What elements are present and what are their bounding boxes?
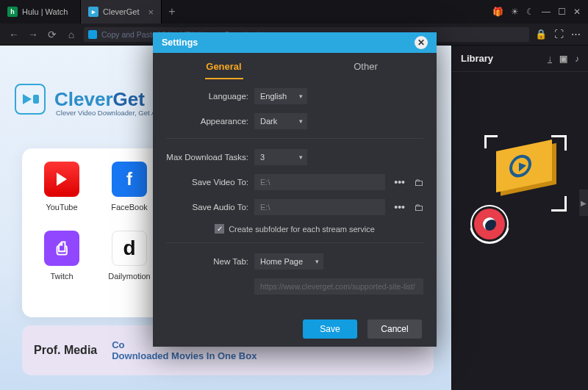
language-select[interactable]: English ▾	[254, 88, 307, 104]
banner-text-2: Downloaded Movies In One Box	[112, 350, 257, 361]
brand-title: CleverGet	[54, 88, 145, 111]
bracket-icon	[484, 135, 498, 148]
moon-icon[interactable]: ☾	[526, 7, 534, 17]
youtube-icon	[44, 162, 79, 197]
facebook-icon: f	[112, 162, 147, 197]
back-icon[interactable]: ←	[7, 29, 21, 40]
chevron-down-icon: ▾	[299, 93, 303, 100]
chevron-down-icon: ▾	[315, 258, 319, 265]
video-cube-icon	[496, 140, 552, 192]
open-video-folder-icon[interactable]: 🗀	[414, 177, 423, 188]
open-audio-folder-icon[interactable]: 🗀	[414, 202, 423, 213]
save-button-label: Save	[320, 324, 340, 334]
tab-other[interactable]: Other	[295, 53, 437, 79]
save-video-path-input[interactable]: E:\	[254, 174, 385, 190]
brand-tagline: Clever Video Downloader, Get Any	[56, 109, 163, 117]
save-audio-value: E:\	[260, 203, 270, 212]
subfolder-label: Create subfolder for each stream service	[229, 225, 375, 234]
site-twitch[interactable]: ⎙ Twitch	[38, 231, 85, 281]
tab-bar: h Hulu | Watch ▸ CleverGet × + 🎁 ☀ ☾ — ☐…	[0, 0, 588, 24]
site-label: YouTube	[38, 203, 85, 212]
settings-tabs: General Other	[153, 53, 437, 79]
sun-icon[interactable]: ☀	[511, 7, 519, 17]
divider	[166, 138, 423, 139]
supported-url-field: https://www.cleverget.com/supported-site…	[254, 278, 423, 295]
chevron-down-icon: ▾	[299, 118, 303, 125]
chevron-down-icon: ▾	[299, 154, 303, 161]
close-tab-icon[interactable]: ×	[148, 7, 154, 18]
site-facebook[interactable]: f FaceBook	[106, 162, 153, 212]
pip-icon[interactable]: ⛶	[554, 29, 564, 40]
site-label: Twitch	[38, 272, 85, 281]
site-dailymotion[interactable]: d Dailymotion	[106, 231, 153, 281]
minimize-icon[interactable]: —	[542, 7, 551, 17]
tab-cleverget[interactable]: ▸ CleverGet ×	[81, 0, 162, 24]
newtab-select[interactable]: Home Page ▾	[254, 253, 323, 270]
gift-icon[interactable]: 🎁	[492, 7, 503, 17]
library-title: Library	[461, 53, 493, 64]
appearance-select[interactable]: Dark ▾	[254, 113, 307, 129]
save-video-value: E:\	[260, 178, 270, 187]
reload-icon[interactable]: ⟳	[46, 29, 59, 40]
link-icon	[88, 30, 97, 39]
browse-video-button[interactable]: •••	[391, 176, 408, 188]
tab-label: CleverGet	[103, 7, 140, 16]
max-download-select[interactable]: 3 ▾	[254, 149, 307, 165]
newtab-label: New Tab:	[166, 257, 248, 266]
save-video-label: Save Video To:	[166, 178, 248, 187]
save-button[interactable]: Save	[303, 319, 357, 339]
max-download-value: 3	[260, 153, 265, 162]
settings-footer: Save Cancel	[153, 311, 437, 347]
lock-icon[interactable]: 🔒	[535, 29, 547, 40]
twitch-icon: ⎙	[44, 231, 79, 266]
tab-label: Hulu | Watch	[22, 7, 68, 16]
hulu-favicon-icon: h	[7, 7, 18, 17]
download-icon[interactable]: ↓	[548, 54, 552, 64]
subfolder-checkbox[interactable]: ✓ Create subfolder for each stream servi…	[215, 224, 375, 234]
max-download-label: Max Download Tasks:	[166, 153, 248, 162]
library-body: ▶	[452, 72, 588, 388]
maximize-icon[interactable]: ☐	[558, 7, 566, 17]
cleverget-favicon-icon: ▸	[88, 7, 98, 17]
banner-title: Prof. Media	[34, 344, 97, 357]
more-icon[interactable]: ⋯	[571, 29, 581, 40]
window-controls: 🎁 ☀ ☾ — ☐ ✕	[492, 7, 588, 17]
site-label: Dailymotion	[106, 272, 153, 281]
check-icon: ✓	[215, 224, 224, 234]
tab-general-label: General	[206, 61, 241, 72]
divider	[166, 242, 423, 243]
save-audio-label: Save Audio To:	[166, 203, 248, 212]
settings-title: Settings	[162, 37, 198, 48]
video-icon[interactable]: ▣	[559, 54, 567, 64]
settings-body: Language: English ▾ Appearance: Dark ▾ M…	[153, 79, 437, 311]
language-value: English	[260, 92, 287, 101]
tab-other-label: Other	[354, 61, 378, 72]
library-panel: Library ↓ ▣ ♪ ▶	[451, 46, 588, 390]
newtab-value: Home Page	[260, 257, 303, 266]
settings-dialog: Settings ✕ General Other Language: Engli…	[153, 32, 437, 347]
cancel-button[interactable]: Cancel	[368, 319, 422, 339]
eye-icon	[474, 209, 505, 239]
site-label: FaceBook	[106, 203, 153, 212]
collapse-arrow-icon[interactable]: ▶	[579, 189, 588, 216]
tab-hulu[interactable]: h Hulu | Watch	[0, 0, 81, 24]
dailymotion-icon: d	[112, 231, 147, 266]
tab-general[interactable]: General	[153, 53, 295, 79]
new-tab-button[interactable]: +	[162, 5, 182, 18]
cleverget-logo-icon	[15, 84, 46, 115]
library-header: Library ↓ ▣ ♪	[452, 46, 588, 72]
save-audio-path-input[interactable]: E:\	[254, 199, 385, 215]
audio-icon[interactable]: ♪	[575, 54, 579, 64]
site-youtube[interactable]: YouTube	[38, 162, 85, 212]
cancel-button-label: Cancel	[381, 324, 408, 334]
close-settings-button[interactable]: ✕	[415, 36, 428, 49]
supported-url-value: https://www.cleverget.com/supported-site…	[260, 282, 415, 291]
settings-header: Settings ✕	[153, 32, 437, 53]
close-window-icon[interactable]: ✕	[573, 7, 581, 17]
appearance-value: Dark	[260, 117, 277, 126]
home-icon[interactable]: ⌂	[65, 29, 78, 40]
forward-icon[interactable]: →	[26, 29, 40, 40]
language-label: Language:	[166, 92, 248, 101]
appearance-label: Appearance:	[166, 117, 248, 126]
browse-audio-button[interactable]: •••	[391, 201, 408, 213]
